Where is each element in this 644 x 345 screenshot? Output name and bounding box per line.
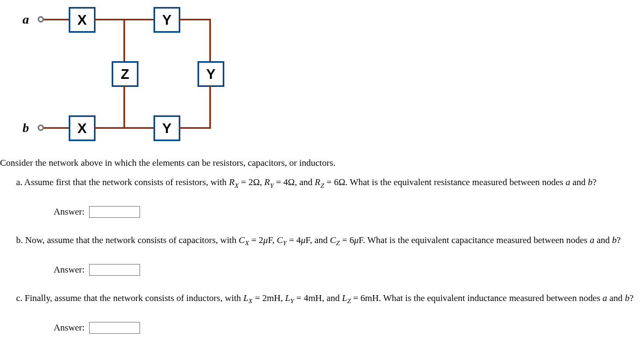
wire [123, 19, 125, 62]
wire [179, 127, 211, 129]
answer-row-b: Answer: [0, 254, 644, 289]
terminal-a [38, 16, 44, 23]
wire [43, 19, 69, 20]
element-y-bottom: Y [153, 115, 180, 141]
answer-row-c: Answer: [0, 312, 644, 345]
part-b-text: b. Now, assume that the network consists… [0, 231, 644, 249]
answer-label-a: Answer: [54, 207, 85, 217]
wire [209, 19, 211, 62]
circuit-diagram: X Y X Y Z Y a b [16, 5, 252, 150]
node-label-a: a [23, 12, 29, 27]
wire [43, 127, 69, 129]
answer-input-b[interactable] [89, 264, 140, 276]
element-y-right: Y [197, 61, 224, 87]
intro-text: Consider the network above in which the … [0, 156, 644, 173]
element-z: Z [112, 61, 138, 87]
answer-label-b: Answer: [54, 265, 85, 275]
answer-input-a[interactable] [89, 206, 140, 218]
wire [209, 86, 211, 128]
element-y-top: Y [153, 7, 180, 33]
element-x-bottom: X [69, 115, 96, 141]
node-label-b: b [23, 121, 29, 135]
terminal-b [38, 124, 44, 131]
part-a-text: a. Assume first that the network consist… [0, 173, 644, 191]
element-x-top: X [69, 7, 96, 33]
answer-label-c: Answer: [54, 322, 85, 333]
part-c-text: c. Finally, assume that the network cons… [0, 289, 644, 307]
wire [179, 19, 211, 20]
wire [123, 86, 125, 128]
answer-row-a: Answer: [0, 196, 644, 231]
answer-input-c[interactable] [89, 322, 140, 334]
